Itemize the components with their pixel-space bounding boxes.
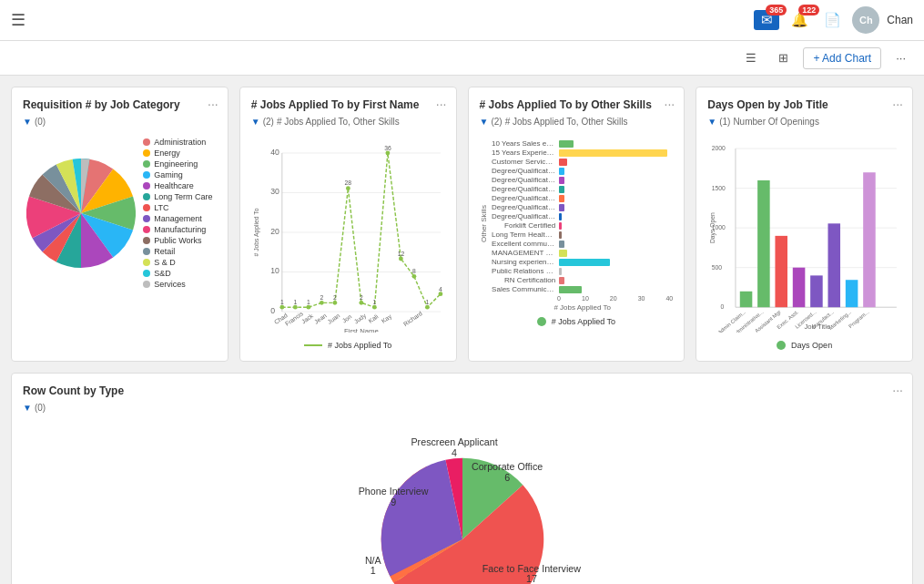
top-bar-right: ✉ 365 🔔 122 📄 Ch Chan [754,6,913,34]
filter-count-row-count: (0) [35,403,46,413]
card-menu-row-count[interactable]: ··· [892,383,903,397]
hbar-row-skill: Degree/Qualificatio... [492,212,673,220]
hbar-row-skill: Long Term Healthc... [492,231,673,239]
svg-rect-65 [828,223,841,307]
grid-view-button[interactable]: ⊞ [771,47,796,68]
hbar-label: Customer Service b... [492,158,555,166]
filter-icon-skills: ▼ [480,117,489,127]
hbar-label: Long Term Healthc... [492,231,555,239]
svg-text:2: 2 [360,294,363,301]
hbar-row-skill: Excellent communi... [492,240,673,248]
chart-legend-skills: # Jobs Applied To [480,317,674,326]
svg-rect-62 [776,236,788,307]
filter-days: ▼ (1) Number Of Openings [707,117,819,127]
svg-rect-67 [863,172,876,307]
svg-text:# Jobs Applied To: # Jobs Applied To [252,208,259,256]
svg-text:Richard: Richard [402,310,423,327]
chart-legend-days: Days Open [707,341,901,350]
hbar-row-skill: Public Relations Skill [492,267,673,275]
svg-text:9: 9 [391,497,396,507]
hbar-label: Degree/Qualificatio... [492,167,555,175]
filter-icon-fn: ▼ [251,117,260,127]
legend-engineering: Engineering [143,159,212,169]
hbar-bar [559,149,667,157]
hbar-row-skill: 10 Years Sales exp... [492,139,673,148]
card-menu-req[interactable]: ··· [208,97,218,111]
bar-chart-days: 2000 1500 1000 500 0 [707,132,901,333]
hbar-bar [559,195,564,202]
svg-rect-61 [757,180,770,307]
top-bar: ☰ ✉ 365 🔔 122 📄 Ch Chan [0,0,924,41]
top-row: Requisition # by Job Category ··· ▼ (0) [11,87,913,362]
add-chart-button[interactable]: + Add Chart [803,47,881,69]
card-title-jobs-fn: # Jobs Applied To by First Name [251,98,445,111]
filter-row-count: ▼ (0) [23,403,46,413]
top-bar-left: ☰ [11,10,25,30]
hbar-row-skill: Sales Communicati... [492,285,673,293]
hamburger-menu[interactable]: ☰ [11,10,25,30]
svg-text:40: 40 [270,148,279,157]
hbar-bar [559,168,564,175]
svg-rect-64 [810,275,823,307]
filter-count-skills: (2) [491,117,502,127]
svg-text:Kali: Kali [367,312,380,323]
hbar-bar [559,250,567,257]
toolbar: ☰ ⊞ + Add Chart ··· [0,41,924,76]
filter-skills: ▼ (2) # Jobs Applied To, Other Skills [480,117,628,127]
svg-point-29 [346,186,350,190]
card-menu-skills[interactable]: ··· [665,97,675,111]
hbar-label: Excellent communi... [492,240,555,248]
hbar-bar [559,222,562,230]
svg-point-24 [279,305,284,310]
hbar-bar [559,277,564,284]
legend-label-fn: # Jobs Applied To [328,341,391,350]
list-view-button[interactable]: ☰ [738,47,764,68]
chart-legend-fn: # Jobs Applied To [251,341,445,350]
more-options-button[interactable]: ··· [888,47,913,68]
card-jobs-first-name: # Jobs Applied To by First Name ··· ▼ (2… [239,87,457,362]
hbar-label: Degree/Qualificatio... [492,203,555,211]
card-row-count: Row Count by Type ··· ▼ (0) [11,373,913,584]
svg-text:500: 500 [712,264,723,271]
mail-badge-container[interactable]: ✉ 365 [754,10,779,30]
bottom-pie-chart: Corporate Office 6 Face to Face Intervie… [303,425,622,584]
svg-text:Days Open: Days Open [709,212,716,243]
user-name: Chan [887,14,913,26]
doc-icon[interactable]: 📄 [819,10,845,30]
svg-point-25 [293,305,298,310]
svg-point-35 [425,305,430,310]
hbar-bar [559,186,564,193]
svg-text:1: 1 [280,299,284,305]
svg-text:Kay: Kay [380,312,393,325]
hbar-label: RN Certification [492,276,555,284]
hbar-row-skill: RN Certification [492,276,673,284]
legend-healthcare: Healthcare [143,181,212,190]
svg-text:1: 1 [293,299,297,305]
filter-icon-days: ▼ [707,117,716,127]
legend-sd1: S&D [143,269,212,278]
filter-jobs-fn: ▼ (2) # Jobs Applied To, Other Skills [251,117,400,127]
filter-text-fn: # Jobs Applied To, Other Skills [277,117,400,127]
pie-chart-req [26,159,136,268]
legend-ltc: LTC [143,203,212,212]
svg-text:1: 1 [372,299,376,305]
hbar-row-skill: Forklift Certified [492,221,673,230]
bell-badge-container[interactable]: 🔔 122 [787,10,812,30]
legend-sd2: S & D [143,258,212,267]
filter-text-days: Number Of Openings [733,117,819,127]
mail-badge: 365 [766,5,787,15]
card-menu-jobs-fn[interactable]: ··· [436,97,447,111]
svg-text:Judy: Judy [352,312,368,325]
card-menu-days[interactable]: ··· [892,97,903,111]
y-label-skills: Other Skills [480,136,489,312]
hbar-row-skill: MANAGEMENT - 1h... [492,249,673,257]
hbar-row-skill: Nursing experience... [492,258,673,266]
svg-text:30: 30 [270,187,279,196]
svg-text:1: 1 [425,299,429,305]
svg-text:36: 36 [384,145,391,151]
hbar-label: Degree/Qualificatio... [492,176,555,184]
legend-label-days: Days Open [791,341,832,350]
legend-gaming: Gaming [143,170,212,179]
svg-text:Juan: Juan [326,312,340,324]
card-days-open: Days Open by Job Title ··· ▼ (1) Number … [696,87,913,362]
